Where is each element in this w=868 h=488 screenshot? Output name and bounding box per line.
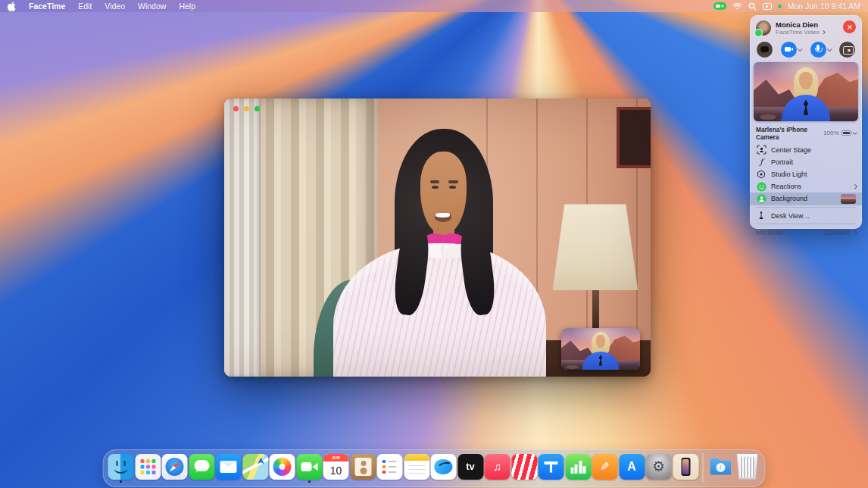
- menu-window[interactable]: Window: [138, 2, 166, 11]
- menu-bar: FaceTime Edit Video Window Help Mon Jun …: [0, 0, 868, 12]
- menu-item-label: Center Stage: [771, 146, 811, 154]
- menu-item-label: Desk View…: [771, 212, 810, 220]
- reminders-app-icon[interactable]: [377, 454, 403, 480]
- camera-preview: [754, 62, 858, 121]
- menu-item-label: Portrait: [771, 158, 793, 166]
- settings-app-icon[interactable]: [646, 454, 672, 480]
- menu-video[interactable]: Video: [105, 2, 125, 11]
- pages-app-icon[interactable]: [592, 454, 618, 480]
- dock-icon-iphone[interactable]: [673, 454, 698, 482]
- photos-app-icon[interactable]: [270, 454, 295, 480]
- chevron-right-icon: [821, 30, 825, 34]
- spotlight-icon[interactable]: [748, 2, 757, 11]
- reactions-submenu-chevron: [852, 184, 857, 189]
- rocks: [566, 365, 579, 369]
- video-menu-panel: Monica Dien FaceTime Video: [750, 15, 862, 229]
- downloads-app-icon[interactable]: [707, 454, 733, 480]
- dock-icon-notes[interactable]: [404, 454, 429, 482]
- end-call-button[interactable]: [843, 20, 856, 33]
- camera-source-row[interactable]: Marlena’s iPhone Camera 100%: [750, 121, 862, 144]
- apple-menu-icon[interactable]: [8, 2, 16, 11]
- messages-button[interactable]: [757, 42, 773, 58]
- window-controls: [233, 106, 260, 111]
- freeform-app-icon[interactable]: [431, 454, 457, 480]
- minimize-button[interactable]: [244, 106, 249, 111]
- music-app-icon[interactable]: [485, 454, 510, 480]
- mic-mode-row[interactable]: Mic Mode Standard: [750, 227, 862, 236]
- trash-app-icon[interactable]: [735, 454, 760, 480]
- appletv-app-icon[interactable]: [457, 454, 483, 480]
- call-type[interactable]: FaceTime Video: [776, 29, 824, 36]
- desk-view-icon: [756, 211, 767, 221]
- dock-icon-calendar[interactable]: JUN10: [323, 454, 349, 482]
- dock-icon-safari[interactable]: [162, 454, 188, 482]
- dock-icon-finder[interactable]: [108, 454, 134, 482]
- marlena-face: [596, 335, 606, 348]
- mic-toggle-button[interactable]: [810, 42, 826, 58]
- running-indicator: [120, 480, 122, 483]
- mic-mode-label: Mic Mode: [756, 229, 784, 236]
- dock-icon-facetime[interactable]: [296, 454, 322, 482]
- menu-item-center-stage[interactable]: Center Stage: [750, 144, 862, 156]
- zoom-button[interactable]: [254, 106, 260, 111]
- dock-icon-pages[interactable]: [592, 454, 618, 482]
- news-app-icon[interactable]: [511, 454, 537, 480]
- mic-options-chevron[interactable]: [827, 46, 832, 51]
- maps-app-icon[interactable]: [242, 454, 268, 480]
- dock-icon-contacts[interactable]: [350, 454, 376, 482]
- menu-item-portrait[interactable]: ƒ Portrait: [750, 156, 862, 168]
- facetime-active-indicator[interactable]: [713, 2, 726, 10]
- menu-facetime[interactable]: FaceTime: [29, 2, 65, 11]
- dock-icon-reminders[interactable]: [377, 454, 403, 482]
- dock-icon-mail[interactable]: [216, 454, 242, 482]
- facetime-window: [224, 99, 651, 377]
- dock-icon-trash[interactable]: [735, 454, 760, 482]
- safari-app-icon[interactable]: [162, 454, 188, 480]
- dock-icon-numbers[interactable]: [565, 454, 591, 482]
- dock-icon-appletv[interactable]: [457, 454, 483, 482]
- screen-share-button[interactable]: [839, 42, 855, 58]
- menu-item-studio-light[interactable]: Studio Light: [750, 168, 862, 180]
- mic-mode-value: Standard: [824, 229, 851, 236]
- dock-icon-maps[interactable]: [242, 454, 268, 482]
- facetime-app-icon[interactable]: [296, 454, 322, 480]
- launchpad-app-icon[interactable]: [135, 454, 161, 480]
- video-options-chevron[interactable]: [798, 46, 802, 51]
- dock: JUN10: [103, 449, 766, 487]
- dock-icon-freeform[interactable]: [431, 454, 457, 482]
- dock-icon-messages[interactable]: [189, 454, 214, 482]
- dock-icon-appstore[interactable]: [619, 454, 645, 482]
- dock-icon-music[interactable]: [485, 454, 510, 482]
- menu-help[interactable]: Help: [179, 2, 195, 11]
- finder-app-icon[interactable]: [108, 454, 134, 480]
- dock-icon-settings[interactable]: [646, 454, 672, 482]
- numbers-app-icon[interactable]: [565, 454, 591, 480]
- dock-icon-launchpad[interactable]: [135, 454, 161, 482]
- mail-app-icon[interactable]: [216, 454, 242, 480]
- notes-app-icon[interactable]: [404, 454, 429, 480]
- dock-icon-news[interactable]: [511, 454, 537, 482]
- messages-app-icon[interactable]: [189, 454, 214, 480]
- dock-icon-keynote[interactable]: [539, 454, 564, 482]
- appstore-app-icon[interactable]: [619, 454, 645, 480]
- calendar-app-icon[interactable]: JUN10: [323, 454, 349, 480]
- menu-item-reactions[interactable]: Reactions: [750, 180, 862, 192]
- menu-separator: [756, 224, 856, 224]
- iphone-app-icon[interactable]: [673, 454, 698, 480]
- menu-bar-clock[interactable]: Mon Jun 10 9:41 AM: [788, 2, 860, 11]
- keynote-app-icon[interactable]: [539, 454, 564, 480]
- wifi-icon[interactable]: [732, 2, 742, 10]
- close-button[interactable]: [233, 106, 239, 111]
- contacts-app-icon[interactable]: [350, 454, 376, 480]
- chevron-down-icon[interactable]: [853, 130, 857, 134]
- menu-edit[interactable]: Edit: [78, 2, 92, 11]
- self-view-pip[interactable]: [561, 328, 640, 370]
- menu-item-background[interactable]: Background: [750, 192, 862, 205]
- dock-icon-photos[interactable]: [270, 454, 295, 482]
- background-thumbnail: [841, 194, 856, 204]
- video-toggle-button[interactable]: [781, 42, 797, 58]
- dock-icon-downloads[interactable]: [707, 454, 733, 482]
- calendar-month: JUN: [323, 454, 349, 461]
- control-center-icon[interactable]: [763, 3, 772, 10]
- menu-item-desk-view[interactable]: Desk View…: [750, 210, 862, 222]
